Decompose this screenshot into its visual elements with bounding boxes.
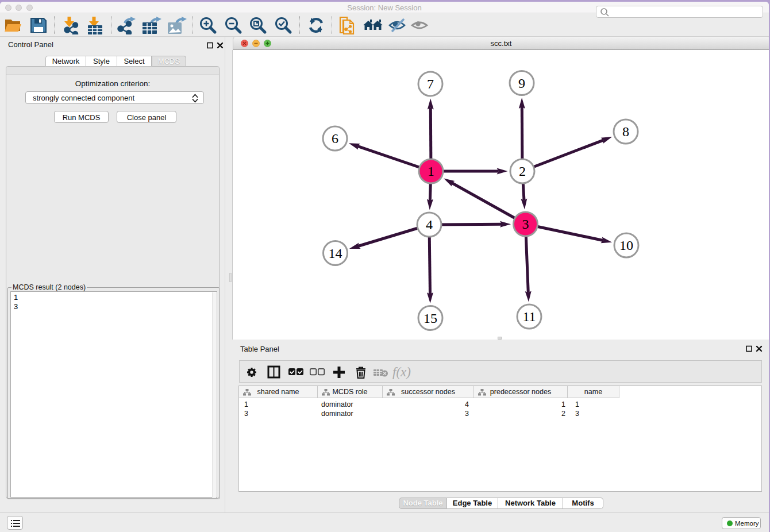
- svg-text:10: 10: [619, 238, 633, 253]
- svg-text:6: 6: [332, 131, 338, 146]
- svg-text:1: 1: [428, 164, 434, 179]
- svg-text:3: 3: [522, 217, 529, 232]
- svg-text:11: 11: [522, 309, 536, 324]
- svg-text:7: 7: [427, 76, 434, 91]
- svg-text:4: 4: [426, 217, 433, 232]
- svg-text:14: 14: [329, 246, 342, 261]
- svg-text:8: 8: [622, 124, 629, 139]
- svg-text:2: 2: [519, 164, 526, 179]
- svg-text:15: 15: [424, 311, 437, 326]
- svg-text:9: 9: [518, 76, 525, 91]
